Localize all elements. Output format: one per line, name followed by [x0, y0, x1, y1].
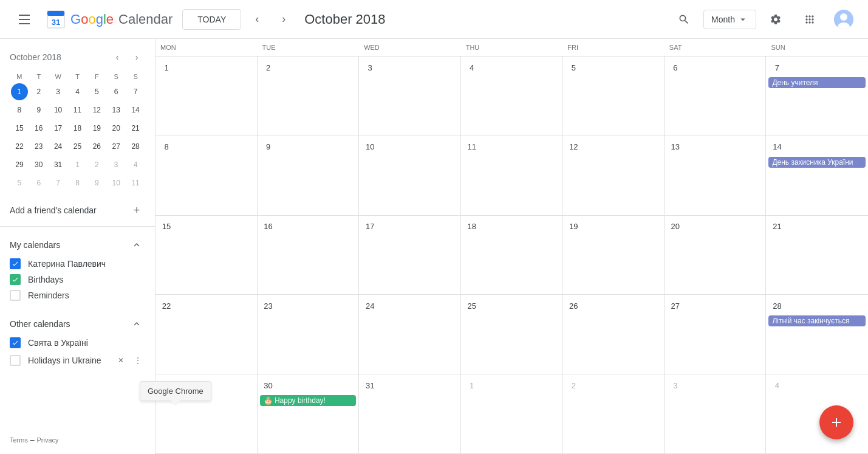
mini-cal-day-29[interactable]: 29	[11, 156, 28, 173]
mini-cal-day-nov-6[interactable]: 6	[30, 174, 47, 191]
cell-nov-1[interactable]: 1	[461, 374, 563, 453]
cell-oct-30[interactable]: 30 🎂 Happy birthday!	[258, 374, 360, 453]
cell-nov-4[interactable]: 4	[766, 374, 868, 453]
my-calendars-header[interactable]: My calendars	[0, 234, 155, 256]
cell-oct-7[interactable]: 7 День учителя	[766, 57, 868, 136]
cell-oct-4[interactable]: 4	[461, 57, 563, 136]
mini-cal-day-24[interactable]: 24	[50, 138, 67, 155]
calendar-item-holidays-ukraine[interactable]: Holidays in Ukraine ✕ ⋮	[0, 351, 155, 370]
cell-nov-3[interactable]: 3	[665, 374, 767, 453]
holidays-ukraine-remove-button[interactable]: ✕	[114, 353, 128, 368]
event-den-zahysnyka[interactable]: День захисника України	[768, 157, 866, 168]
mini-cal-day-1[interactable]: 1	[11, 83, 28, 100]
calendar-item-kateryna[interactable]: Катерина Павлевич	[0, 256, 155, 272]
prev-month-button[interactable]: ‹	[246, 9, 268, 30]
mini-cal-day-21[interactable]: 21	[127, 120, 144, 137]
reminders-checkbox[interactable]	[10, 290, 21, 301]
mini-cal-day-4[interactable]: 4	[69, 83, 86, 100]
today-button[interactable]: TODAY	[182, 9, 241, 30]
create-event-button[interactable]	[819, 405, 853, 439]
mini-cal-day-nov-4[interactable]: 4	[127, 156, 144, 173]
event-happy-birthday[interactable]: 🎂 Happy birthday!	[260, 395, 357, 406]
cell-oct-9[interactable]: 9	[258, 136, 360, 215]
svyata-checkbox[interactable]	[10, 337, 21, 348]
cell-oct-15[interactable]: 15	[155, 216, 258, 295]
menu-button[interactable]	[10, 5, 39, 34]
search-button[interactable]	[669, 5, 699, 34]
cell-oct-19[interactable]: 19	[562, 216, 665, 295]
holidays-ukraine-checkbox[interactable]	[10, 355, 21, 366]
mini-cal-next-button[interactable]: ›	[128, 49, 145, 66]
cell-oct-26[interactable]: 26	[562, 295, 665, 374]
other-calendars-collapse-button[interactable]	[128, 315, 145, 332]
mini-cal-day-16[interactable]: 16	[30, 120, 47, 137]
cell-oct-11[interactable]: 11	[461, 136, 563, 215]
mini-cal-day-6[interactable]: 6	[108, 83, 125, 100]
my-calendars-collapse-button[interactable]	[128, 236, 145, 253]
mini-cal-day-10[interactable]: 10	[50, 101, 67, 119]
cell-oct-21[interactable]: 21	[766, 216, 868, 295]
cell-oct-10[interactable]: 10	[359, 136, 461, 215]
next-month-button[interactable]: ›	[273, 9, 295, 30]
event-den-uchitelya[interactable]: День учителя	[768, 77, 866, 88]
cell-oct-20[interactable]: 20	[665, 216, 767, 295]
cell-oct-5[interactable]: 5	[562, 57, 665, 136]
cell-oct-8[interactable]: 8	[155, 136, 258, 215]
calendar-item-svyata[interactable]: Свята в Україні	[0, 335, 155, 351]
mini-cal-day-nov-7[interactable]: 7	[50, 174, 67, 191]
mini-cal-day-7[interactable]: 7	[127, 83, 144, 100]
mini-cal-day-26[interactable]: 26	[88, 138, 105, 155]
event-litniy-chas[interactable]: Літній час закінчується	[768, 315, 866, 326]
mini-cal-day-25[interactable]: 25	[69, 138, 86, 155]
holidays-ukraine-more-button[interactable]: ⋮	[131, 353, 145, 368]
mini-cal-day-nov-11[interactable]: 11	[127, 174, 144, 191]
cell-oct-12[interactable]: 12	[562, 136, 665, 215]
birthdays-checkbox[interactable]	[10, 274, 21, 285]
account-button[interactable]	[829, 5, 858, 34]
mini-cal-day-8[interactable]: 8	[11, 101, 28, 119]
cell-oct-18[interactable]: 18	[461, 216, 563, 295]
mini-cal-day-nov-8[interactable]: 8	[69, 174, 86, 191]
cell-oct-22[interactable]: 22	[155, 295, 258, 374]
cell-oct-27[interactable]: 27	[665, 295, 767, 374]
cell-oct-28[interactable]: 28 Літній час закінчується	[766, 295, 868, 374]
mini-cal-day-30[interactable]: 30	[30, 156, 47, 173]
mini-cal-day-nov-3[interactable]: 3	[108, 156, 125, 173]
mini-cal-day-9[interactable]: 9	[30, 101, 47, 119]
mini-cal-day-12[interactable]: 12	[88, 101, 105, 119]
cell-oct-16[interactable]: 16	[258, 216, 360, 295]
mini-cal-day-13[interactable]: 13	[108, 101, 125, 119]
cell-oct-17[interactable]: 17	[359, 216, 461, 295]
cell-oct-1[interactable]: 1	[155, 57, 258, 136]
calendar-item-reminders[interactable]: Reminders	[0, 287, 155, 303]
cell-oct-3[interactable]: 3	[359, 57, 461, 136]
cell-oct-14[interactable]: 14 День захисника України	[766, 136, 868, 215]
mini-cal-day-17[interactable]: 17	[50, 120, 67, 137]
mini-cal-day-14[interactable]: 14	[127, 101, 144, 119]
mini-cal-day-3[interactable]: 3	[50, 83, 67, 100]
cell-nov-2[interactable]: 2	[562, 374, 665, 453]
mini-cal-day-19[interactable]: 19	[88, 120, 105, 137]
calendar-item-birthdays[interactable]: Birthdays	[0, 272, 155, 287]
mini-cal-day-5[interactable]: 5	[88, 83, 105, 100]
mini-cal-day-nov-2[interactable]: 2	[88, 156, 105, 173]
kateryna-checkbox[interactable]	[10, 258, 21, 269]
mini-cal-day-18[interactable]: 18	[69, 120, 86, 137]
cell-oct-23[interactable]: 23	[258, 295, 360, 374]
mini-cal-day-27[interactable]: 27	[108, 138, 125, 155]
cell-oct-25[interactable]: 25	[461, 295, 563, 374]
cell-oct-2[interactable]: 2	[258, 57, 360, 136]
terms-link[interactable]: Terms	[10, 436, 28, 444]
other-calendars-header[interactable]: Other calendars	[0, 313, 155, 335]
cell-oct-31[interactable]: 31	[359, 374, 461, 453]
google-apps-button[interactable]	[795, 5, 824, 34]
settings-button[interactable]	[761, 5, 790, 34]
add-friend-button[interactable]: +	[128, 202, 145, 219]
view-selector[interactable]: Month	[703, 10, 756, 29]
mini-cal-day-15[interactable]: 15	[11, 120, 28, 137]
mini-cal-day-2[interactable]: 2	[30, 83, 47, 100]
mini-cal-day-20[interactable]: 20	[108, 120, 125, 137]
mini-cal-day-23[interactable]: 23	[30, 138, 47, 155]
mini-cal-day-nov-9[interactable]: 9	[88, 174, 105, 191]
cell-oct-13[interactable]: 13	[665, 136, 767, 215]
